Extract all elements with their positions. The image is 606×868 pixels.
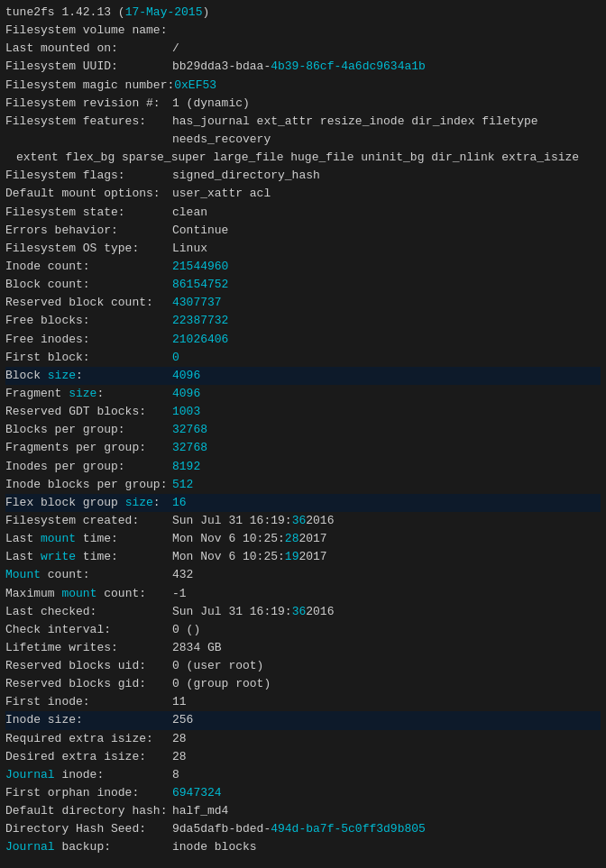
row-label: Default directory hash: xyxy=(5,802,172,820)
row-label: Reserved blocks gid: xyxy=(5,675,172,693)
row-label: Blocks per group: xyxy=(5,421,172,439)
table-row: Free inodes: 21026406 xyxy=(5,331,601,349)
row-label: Default mount options: xyxy=(5,185,172,203)
row-label: Errors behavior: xyxy=(5,222,172,240)
row-value: 0 () xyxy=(172,621,200,639)
table-row: Reserved block count: 4307737 xyxy=(5,294,601,312)
table-row: Fragment size: 4096 xyxy=(5,385,601,403)
row-value-part3: 2017 xyxy=(298,530,326,548)
row-value-part3: 2017 xyxy=(298,548,326,566)
row-label: Directory Hash Seed: xyxy=(5,820,172,838)
row-value: 4096 xyxy=(172,367,200,385)
header-text1: tune2fs 1.42.13 ( xyxy=(5,4,125,22)
row-label: Inode size: xyxy=(5,711,172,729)
header-line: tune2fs 1.42.13 (17-May-2015) xyxy=(5,4,601,22)
row-value: inode blocks xyxy=(172,838,257,856)
row-value: 4096 xyxy=(172,385,200,403)
row-value: signed_directory_hash xyxy=(172,167,320,185)
table-row: Journal backup: inode blocks xyxy=(5,838,601,856)
table-row: Default mount options: user_xattr acl xyxy=(5,185,601,203)
table-row: Filesystem state: clean xyxy=(5,204,601,222)
row-label: Check interval: xyxy=(5,621,172,639)
row-value-part1: 9da5dafb-bded- xyxy=(172,820,271,838)
row-extra-line: extent flex_bg sparse_super large_file h… xyxy=(5,149,601,167)
row-label: Filesystem OS type: xyxy=(5,240,172,258)
row-value-part1: Sun Jul 31 16:19: xyxy=(172,603,292,621)
row-label: Last mounted on: xyxy=(5,40,172,58)
table-row: Desired extra isize: 28 xyxy=(5,748,601,766)
row-value: -1 xyxy=(172,585,187,603)
table-row: Reserved blocks gid: 0 (group root) xyxy=(5,675,601,693)
table-row: Check interval: 0 () xyxy=(5,621,601,639)
row-value-part2: 28 xyxy=(285,530,299,548)
table-row: Last write time: Mon Nov 6 10:25:19 2017 xyxy=(5,548,601,566)
row-value: 16 xyxy=(172,494,187,512)
row-label: Filesystem magic number: xyxy=(5,77,174,95)
table-row: Block size: 4096 xyxy=(5,367,601,385)
row-value: 28 xyxy=(172,730,187,748)
table-row: Inode size: 256 xyxy=(5,711,601,729)
row-label: Filesystem features: xyxy=(5,113,172,149)
row-value: 0 (user root) xyxy=(172,657,263,675)
table-row: First inode: 11 xyxy=(5,693,601,711)
row-value: 6947324 xyxy=(172,784,222,802)
row-value: 86154752 xyxy=(172,276,228,294)
row-value: 512 xyxy=(172,476,193,494)
table-row: Reserved blocks uid: 0 (user root) xyxy=(5,657,601,675)
table-row: Filesystem UUID: bb29dda3-bdaa-4b39-86cf… xyxy=(5,58,601,76)
row-value: half_md4 xyxy=(172,802,228,820)
row-label: First orphan inode: xyxy=(5,784,172,802)
row-value: user_xattr acl xyxy=(172,185,271,203)
table-row: Lifetime writes: 2834 GB xyxy=(5,639,601,657)
row-value: 2834 GB xyxy=(172,639,222,657)
row-value: Linux xyxy=(172,240,207,258)
row-label: Free inodes: xyxy=(5,331,172,349)
row-value: has_journal ext_attr resize_inode dir_in… xyxy=(172,113,601,149)
row-value-part2: 4b39-86cf-4a6dc9634a1b xyxy=(271,58,426,76)
row-value: / xyxy=(172,40,179,58)
row-value-part1: Mon Nov 6 10:25: xyxy=(172,530,285,548)
row-label: Reserved block count: xyxy=(5,294,172,312)
table-row: Inode count: 21544960 xyxy=(5,258,601,276)
row-value: 11 xyxy=(172,693,187,711)
row-label: Filesystem created: xyxy=(5,512,172,530)
row-label: Block size: xyxy=(5,367,172,385)
header-text2: ) xyxy=(202,4,209,22)
row-label: Journal backup: xyxy=(5,838,172,856)
row-label: Inode blocks per group: xyxy=(5,476,172,494)
row-value: 4307737 xyxy=(172,294,222,312)
row-value: 32768 xyxy=(172,421,207,439)
row-value-part1: Sun Jul 31 16:19: xyxy=(172,512,292,530)
table-row: Fragments per group: 32768 xyxy=(5,439,601,457)
row-label: Filesystem volume name: xyxy=(5,22,172,40)
row-value: 1 (dynamic) xyxy=(172,95,250,113)
table-row: Journal inode: 8 xyxy=(5,766,601,784)
table-row: Default directory hash: half_md4 xyxy=(5,802,601,820)
table-row: Filesystem created: Sun Jul 31 16:19:36 … xyxy=(5,512,601,530)
table-row: Directory Hash Seed: 9da5dafb-bded-494d-… xyxy=(5,820,601,838)
row-label: Filesystem flags: xyxy=(5,167,172,185)
table-row: Maximum mount count: -1 xyxy=(5,585,601,603)
table-row: First orphan inode: 6947324 xyxy=(5,784,601,802)
table-row: Free blocks: 22387732 xyxy=(5,312,601,330)
table-row: Blocks per group: 32768 xyxy=(5,421,601,439)
row-label: Reserved GDT blocks: xyxy=(5,403,172,421)
table-row: Reserved GDT blocks: 1003 xyxy=(5,403,601,421)
header-date: 17-May-2015 xyxy=(125,4,203,22)
row-label: Lifetime writes: xyxy=(5,639,172,657)
row-label: Last checked: xyxy=(5,603,172,621)
row-label: Journal inode: xyxy=(5,766,172,784)
row-label: Filesystem revision #: xyxy=(5,95,172,113)
table-row: Errors behavior: Continue xyxy=(5,222,601,240)
table-row: Filesystem revision #: 1 (dynamic) xyxy=(5,95,601,113)
row-value-part3: 2016 xyxy=(306,603,334,621)
table-row: Inodes per group: 8192 xyxy=(5,458,601,476)
rows-container: Filesystem volume name: Last mounted on:… xyxy=(5,22,601,856)
row-label: Mount count: xyxy=(5,566,172,584)
row-label: Fragments per group: xyxy=(5,439,172,457)
row-label: Block count: xyxy=(5,276,172,294)
row-label: Required extra isize: xyxy=(5,730,172,748)
row-value: 0 xyxy=(172,349,179,367)
row-value-part2: 494d-ba7f-5c0ff3d9b805 xyxy=(271,820,426,838)
row-value: 8 xyxy=(172,766,179,784)
